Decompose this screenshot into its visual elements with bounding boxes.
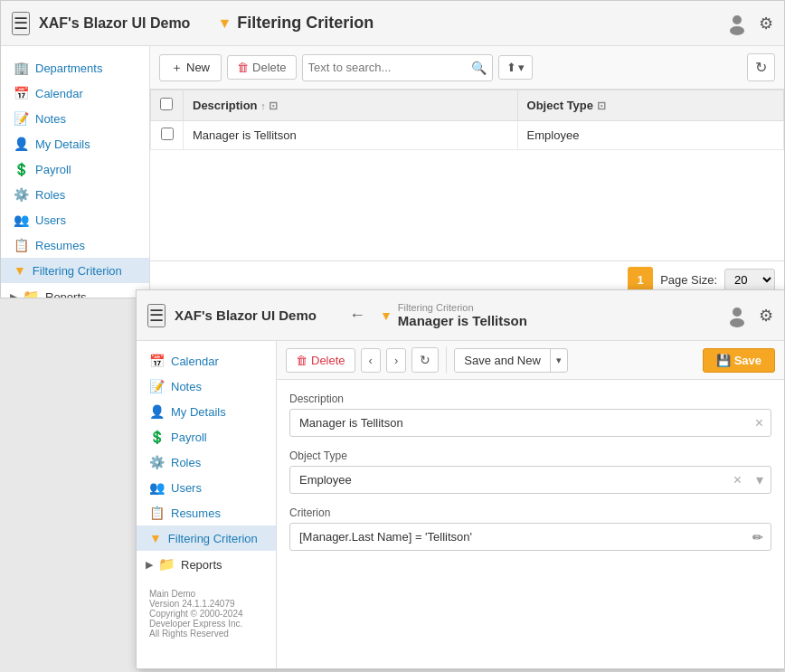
save-button[interactable]: 💾 Save [703, 348, 775, 373]
refresh-button[interactable]: ↻ [747, 53, 775, 81]
criterion-label: Criterion [289, 506, 771, 519]
my-details-icon: 👤 [14, 137, 29, 151]
svg-point-0 [733, 15, 742, 24]
bottom-title: Manager is Tellitson [398, 313, 527, 328]
detail-refresh-button[interactable]: ↻ [411, 347, 439, 373]
sidebar-item-calendar[interactable]: 📅 Calendar [1, 80, 149, 106]
criterion-input-wrapper: ✏ [289, 523, 771, 551]
page-size-select[interactable]: 20 50 100 [724, 269, 775, 291]
b-sidebar-roles-label: Roles [171, 456, 201, 469]
description-clear-button[interactable]: × [748, 415, 771, 431]
b-footer-line3: Copyright © 2000-2024 Developer Express … [149, 609, 263, 629]
bottom-breadcrumb: Filtering Criterion [398, 302, 527, 313]
b-payroll-icon: 💲 [149, 430, 165, 444]
delete-button[interactable]: 🗑 Delete [227, 55, 297, 80]
svg-point-3 [730, 318, 744, 327]
bottom-header-right: ⚙ [724, 303, 773, 328]
b-filtering-criterion-icon: ▼ [149, 531, 162, 545]
detail-delete-button[interactable]: 🗑 Delete [286, 348, 355, 373]
bottom-app-title: XAF's Blazor UI Demo [175, 308, 317, 323]
bottom-sidebar-item-notes[interactable]: 📝 Notes [137, 374, 276, 399]
criterion-edit-button[interactable]: ✏ [745, 530, 771, 544]
calendar-icon: 📅 [14, 86, 29, 100]
sidebar-item-users[interactable]: 👥 Users [1, 207, 149, 232]
bottom-filter-icon: ▼ [380, 308, 392, 323]
sidebar-item-resumes-label: Resumes [35, 239, 85, 252]
object-type-clear-button[interactable]: × [726, 472, 749, 488]
reports-folder-icon: 📁 [23, 289, 40, 298]
export-icon: ⬆ [506, 61, 516, 74]
new-button-label: New [186, 61, 210, 74]
filter-icon: ▼ [217, 15, 232, 32]
bottom-sidebar-item-users[interactable]: 👥 Users [137, 475, 276, 500]
bottom-sidebar-item-filtering-criterion[interactable]: ▼ Filtering Criterion [137, 525, 276, 551]
sidebar-item-my-details[interactable]: 👤 My Details [1, 131, 149, 156]
b-resumes-icon: 📋 [149, 506, 165, 520]
bottom-sidebar-item-my-details[interactable]: 👤 My Details [137, 399, 276, 424]
sidebar-item-payroll-label: Payroll [35, 163, 71, 176]
description-filter-icon[interactable]: ⊡ [269, 99, 278, 112]
delete-button-label: Delete [252, 61, 287, 74]
trash-icon: 🗑 [237, 61, 249, 74]
save-and-new-label: Save and New [464, 354, 541, 367]
select-all-checkbox[interactable] [160, 98, 173, 110]
back-button[interactable]: ← [344, 304, 371, 327]
sidebar-item-resumes[interactable]: 📋 Resumes [1, 232, 149, 258]
prev-record-button[interactable]: ‹ [361, 348, 381, 373]
new-button[interactable]: ＋ New [159, 54, 222, 81]
top-window: ☰ XAF's Blazor UI Demo ▼ Filtering Crite… [0, 0, 785, 298]
col-object-type-label: Object Type [527, 99, 593, 112]
bottom-sidebar-item-resumes[interactable]: 📋 Resumes [137, 500, 276, 525]
b-roles-icon: ⚙️ [149, 455, 165, 469]
sidebar-item-filtering-criterion[interactable]: ▼ Filtering Criterion [1, 258, 149, 283]
bottom-hamburger-button[interactable]: ☰ [147, 304, 166, 327]
sidebar-item-notes[interactable]: 📝 Notes [1, 106, 149, 131]
object-type-filter-icon[interactable]: ⊡ [597, 99, 606, 112]
object-type-dropdown-button[interactable]: ▾ [749, 471, 771, 488]
b-notes-icon: 📝 [149, 379, 165, 393]
b-sidebar-calendar-label: Calendar [171, 355, 219, 368]
filtering-criterion-icon: ▼ [14, 263, 26, 278]
bottom-sidebar-item-reports[interactable]: ▶ 📁 Reports [137, 551, 276, 578]
description-label: Description [289, 393, 771, 405]
description-field: Description × [289, 393, 771, 437]
description-input[interactable] [290, 410, 748, 436]
column-object-type: Object Type ⊡ [517, 90, 783, 121]
b-sidebar-users-label: Users [171, 481, 202, 495]
search-input[interactable] [308, 61, 471, 74]
bottom-sidebar-item-roles[interactable]: ⚙️ Roles [137, 450, 276, 475]
bottom-sidebar-item-calendar[interactable]: 📅 Calendar [137, 348, 276, 374]
reports-chevron-icon: ▶ [10, 291, 17, 298]
table-row[interactable]: Manager is Tellitson Employee [151, 121, 784, 150]
search-icon-button[interactable]: 🔍 [471, 61, 487, 75]
b-sidebar-my-details-label: My Details [171, 405, 226, 419]
sort-icon[interactable]: ↑ [260, 100, 266, 111]
object-type-input[interactable] [290, 467, 726, 493]
col-description-label: Description [193, 99, 258, 112]
save-and-new-dropdown-button[interactable]: ▾ [551, 350, 567, 371]
save-label: Save [734, 354, 761, 367]
row-object-type: Employee [517, 121, 783, 150]
sidebar-item-reports[interactable]: ▶ 📁 Reports [1, 283, 149, 298]
sidebar-item-departments-label: Departments [35, 62, 102, 75]
export-button[interactable]: ⬆ ▾ [498, 55, 533, 80]
sidebar-item-payroll[interactable]: 💲 Payroll [1, 156, 149, 182]
save-and-new-button[interactable]: Save and New [455, 349, 551, 372]
roles-icon: ⚙️ [14, 187, 29, 202]
bottom-settings-button[interactable]: ⚙ [759, 306, 773, 326]
hamburger-button[interactable]: ☰ [12, 12, 30, 35]
main-toolbar: ＋ New 🗑 Delete 🔍 ⬆ ▾ ↻ [150, 46, 784, 90]
sidebar-item-roles[interactable]: ⚙️ Roles [1, 182, 149, 207]
next-record-button[interactable]: › [386, 348, 406, 373]
b-reports-chevron-icon: ▶ [146, 559, 153, 571]
object-type-label: Object Type [289, 450, 771, 462]
settings-button[interactable]: ⚙ [759, 14, 773, 33]
bottom-sidebar-item-payroll[interactable]: 💲 Payroll [137, 424, 276, 450]
row-checkbox[interactable] [161, 128, 174, 140]
page-size-label: Page Size: [660, 273, 717, 287]
sidebar-item-notes-label: Notes [35, 112, 66, 126]
sidebar-item-departments[interactable]: 🏢 Departments [1, 55, 149, 80]
b-sidebar-reports-label: Reports [181, 558, 222, 572]
avatar [724, 11, 750, 36]
criterion-input[interactable] [290, 524, 745, 550]
